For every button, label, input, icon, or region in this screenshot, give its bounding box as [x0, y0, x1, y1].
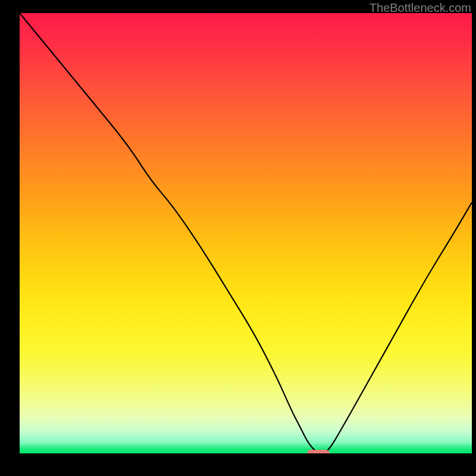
chart-container: TheBottleneck.com	[0, 0, 476, 476]
plot-area	[20, 13, 472, 453]
optimal-marker	[307, 450, 330, 453]
curve-line	[20, 13, 472, 453]
watermark-text: TheBottleneck.com	[369, 1, 471, 15]
